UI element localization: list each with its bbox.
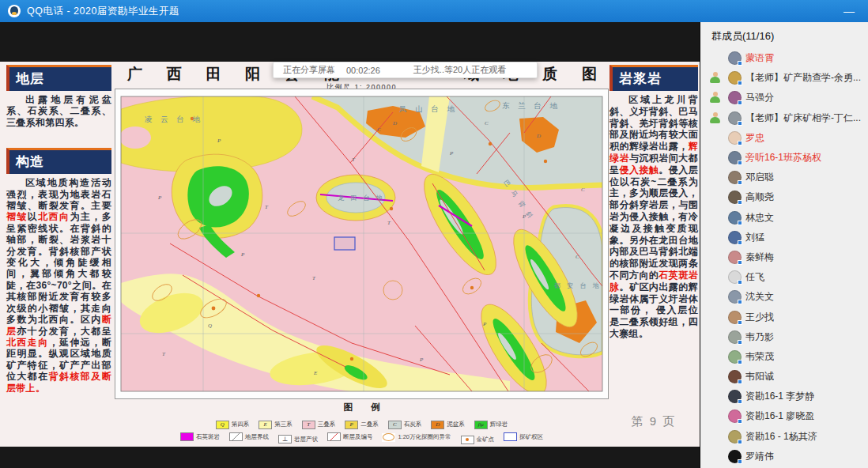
legend-swatch: E [259, 421, 272, 429]
member-name: 罗靖伟 [745, 450, 774, 463]
member-item[interactable]: 韦阳诚 [700, 367, 868, 387]
qq-call-icon [8, 5, 21, 17]
legend-swatch [229, 432, 243, 441]
map-label-donglan: 东 兰 台 地 [502, 101, 560, 110]
avatar [728, 91, 742, 104]
legend-row-1: Q第四系E第三系T三叠系P二叠系C石炭系D泥盆系βμ辉绿岩 [115, 415, 609, 429]
shared-screen-canvas: 地层 出露地层有泥盆系、石炭系、二叠系、三叠系和第四系。 构造 区域地质构造活动… [0, 22, 700, 468]
member-item[interactable]: 资勘16-1 李梦静 [700, 387, 868, 406]
svg-text:P: P [157, 194, 162, 201]
member-item[interactable]: 蒙语霄 [700, 48, 868, 68]
strata-paragraph: 出露地层有泥盆系、石炭系、二叠系、三叠系和第四系。 [6, 94, 111, 128]
svg-text:Q: Q [208, 323, 212, 329]
left-text-column: 地层 出露地层有泥盆系、石炭系、二叠系、三叠系和第四系。 构造 区域地质构造活动… [6, 65, 111, 444]
minimize-button[interactable]: — [838, 1, 860, 21]
member-item[interactable]: 【老师】矿产勘查学-余勇... [700, 68, 868, 88]
device-badge-icon [738, 300, 742, 304]
legend-label: 地层界线 [245, 433, 269, 441]
magmatic-paragraph: 区域上龙川背斜、义圩背斜、巴马背斜、羌圩背斜等核部及附近均有较大面积的辉绿岩出露… [609, 94, 698, 340]
member-item[interactable]: 任飞 [700, 267, 868, 287]
legend-title: 图 例 [115, 402, 609, 413]
member-item[interactable]: 【老师】矿床矿相学-丁仁... [700, 108, 868, 128]
member-item[interactable]: 高顺尧 [700, 187, 868, 207]
member-item[interactable]: 资勘16-1 廖晓盈 [700, 406, 868, 426]
device-badge-icon [738, 81, 742, 85]
legend-item: 岩层产状 [278, 435, 318, 443]
legend-item: 探矿权区 [504, 432, 543, 441]
device-badge-icon [738, 240, 742, 245]
member-panel: 群成员(11/16) 蒙语霄【老师】矿产勘查学-余勇...马强分【老师】矿床矿相… [700, 22, 868, 468]
member-item[interactable]: 韦荣茂 [700, 347, 868, 367]
page-number: 第 9 页 [609, 414, 698, 429]
svg-text:C: C [485, 120, 489, 126]
share-status: 正在分享屏幕 [283, 64, 335, 76]
member-item[interactable]: 王少找 [700, 307, 868, 326]
member-name: 王少找 [745, 311, 774, 324]
member-item[interactable]: 旁听16-1班苏杨权 [700, 148, 868, 168]
avatar [728, 350, 742, 364]
device-badge-icon [738, 121, 742, 126]
legend-swatch: Q [216, 421, 229, 429]
legend-swatch: P [345, 421, 358, 429]
legend-swatch: D [431, 421, 444, 429]
avatar [728, 290, 742, 304]
avatar [728, 390, 742, 403]
device-badge-icon [738, 100, 742, 105]
legend-item: Q第四系 [216, 421, 250, 429]
member-name: 高顺尧 [745, 191, 774, 204]
member-item[interactable]: 资勘16 - 1杨其济 [700, 427, 868, 447]
member-item[interactable]: 韦乃影 [700, 327, 868, 347]
legend-label: 辉绿岩 [490, 421, 508, 428]
legend-label: 石炭系 [404, 421, 422, 428]
legend-label: 探矿权区 [519, 433, 543, 441]
member-item[interactable]: 邓启聪 [700, 168, 868, 187]
share-viewers: 王少找..等20人正在观看 [413, 64, 506, 76]
svg-text:D: D [536, 133, 541, 139]
avatar [728, 191, 742, 204]
avatar [728, 71, 742, 85]
member-item[interactable]: 罗忠 [700, 128, 868, 148]
avatar [728, 211, 742, 225]
member-item[interactable]: 沈关文 [700, 287, 868, 307]
avatar [728, 251, 742, 264]
legend-item: 石英斑岩 [180, 432, 220, 441]
member-role-icon [710, 112, 720, 124]
member-role-icon [710, 72, 720, 84]
member-name: 蒙语霄 [745, 51, 774, 65]
member-count-header: 群成员(11/16) [700, 22, 868, 48]
map-label-fengshan: 凤 山 台 地 [399, 104, 458, 113]
legend-swatch [180, 432, 194, 441]
presentation-slide: 地层 出露地层有泥盆系、石炭系、二叠系、三叠系和第四系。 构造 区域地质构造活动… [0, 62, 700, 447]
avatar [728, 111, 742, 125]
device-badge-icon [738, 459, 742, 464]
member-item[interactable]: 刘猛 [700, 228, 868, 247]
member-item[interactable]: 罗靖伟 [700, 447, 868, 466]
legend-item: P二叠系 [345, 421, 379, 429]
legend-swatch: C [388, 421, 402, 429]
svg-text:D: D [392, 120, 397, 126]
avatar [728, 370, 742, 383]
member-name: 刘猛 [745, 231, 764, 244]
map-label-longtian: 龙 田 台 地 [338, 194, 385, 202]
legend-label: 断层及编号 [343, 433, 373, 441]
member-item[interactable]: 马强分 [700, 88, 868, 108]
app-window: QQ电话 - 2020届资勘毕业生开题 — 地层 出露地层有泥盆系、石炭系、二叠… [0, 0, 868, 468]
avatar [728, 311, 742, 324]
avatar [728, 410, 742, 423]
section-heading-structure: 构造 [6, 148, 111, 174]
member-name: 马强分 [745, 91, 774, 104]
legend-label: 三叠系 [318, 421, 336, 428]
member-item[interactable]: 林忠文 [700, 208, 868, 228]
screen-share-banner[interactable]: 正在分享屏幕 00:02:26 王少找..等20人正在观看 [273, 62, 538, 78]
window-title: QQ电话 - 2020届资勘毕业生开题 [27, 5, 179, 18]
member-item[interactable]: 秦鲜梅 [700, 247, 868, 267]
member-name: 资勘16 - 1杨其济 [745, 430, 817, 443]
device-badge-icon [738, 379, 742, 384]
legend-swatch [278, 435, 292, 443]
legend-swatch [504, 432, 517, 441]
avatar [728, 270, 742, 284]
legend-item: 金矿点 [461, 436, 495, 444]
window-titlebar[interactable]: QQ电话 - 2020届资勘毕业生开题 — [0, 0, 868, 22]
member-name: 林忠文 [745, 211, 774, 225]
map-art: TPTPCCCPQEPCTDDPTPTP 凌 云 台 地 凤 山 台 地 东 兰… [119, 96, 602, 399]
